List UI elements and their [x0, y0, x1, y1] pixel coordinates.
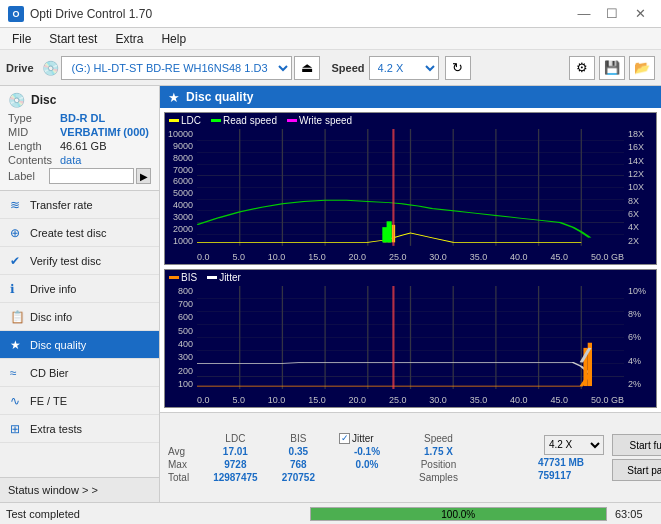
sidebar-label-create-test-disc: Create test disc: [30, 227, 106, 239]
fe-te-icon: ∿: [10, 394, 24, 408]
bx-35: 35.0: [470, 395, 488, 405]
bottom-chart-svg: [197, 286, 624, 389]
position-row: 47731 MB: [478, 457, 584, 468]
menubar: File Start test Extra Help: [0, 28, 661, 50]
y-label-4000: 4000: [173, 200, 193, 210]
y-label-2000: 2000: [173, 224, 193, 234]
status-window-button[interactable]: Status window > >: [0, 478, 159, 502]
stats-avg-row: Avg 17.01 0.35 -0.1% 1.75 X: [166, 445, 470, 458]
label-input[interactable]: [49, 168, 134, 184]
sidebar-item-cd-bier[interactable]: ≈ CD Bier: [0, 359, 159, 387]
sidebar-bottom: Status window > >: [0, 477, 159, 502]
top-chart: LDC Read speed Write speed 10000 9000: [164, 112, 657, 265]
length-key: Length: [8, 140, 60, 152]
toolbar: Drive 💿 (G:) HL-DT-ST BD-RE WH16NS48 1.D…: [0, 50, 661, 86]
drive-select[interactable]: (G:) HL-DT-ST BD-RE WH16NS48 1.D3: [61, 56, 292, 80]
drive-info-icon: ℹ: [10, 282, 24, 296]
settings-button[interactable]: ⚙: [569, 56, 595, 80]
sidebar-item-transfer-rate[interactable]: ≋ Transfer rate: [0, 191, 159, 219]
avg-jitter: -0.1%: [327, 445, 407, 458]
charts-container: LDC Read speed Write speed 10000 9000: [160, 108, 661, 412]
sidebar-item-extra-tests[interactable]: ⊞ Extra tests: [0, 415, 159, 443]
minimize-button[interactable]: —: [571, 4, 597, 24]
x-35: 35.0: [470, 252, 488, 262]
sidebar-item-drive-info[interactable]: ℹ Drive info: [0, 275, 159, 303]
top-chart-x-labels: 0.0 5.0 10.0 15.0 20.0 25.0 30.0 35.0 40…: [197, 252, 624, 262]
sidebar: 💿 Disc Type BD-R DL MID VERBATIMf (000) …: [0, 86, 160, 502]
disc-panel-icon: 💿: [8, 92, 25, 108]
col-header-bis: BIS: [270, 432, 327, 445]
y-label-18x: 18X: [628, 129, 644, 139]
menu-file[interactable]: File: [4, 30, 39, 48]
content-header-icon: ★: [168, 90, 180, 105]
speed-dropdown[interactable]: 4.2 X: [544, 435, 604, 455]
sidebar-item-fe-te[interactable]: ∿ FE / TE: [0, 387, 159, 415]
sidebar-label-cd-bier: CD Bier: [30, 367, 69, 379]
close-button[interactable]: ✕: [627, 4, 653, 24]
save-button[interactable]: 💾: [599, 56, 625, 80]
titlebar-controls: — ☐ ✕: [571, 4, 653, 24]
y-b-8pct: 8%: [628, 309, 641, 319]
read-speed-color: [211, 119, 221, 122]
y-label-10000: 10000: [168, 129, 193, 139]
bottom-chart-legend: BIS Jitter: [169, 272, 241, 283]
col-header-empty: [166, 432, 201, 445]
bx-50: 50.0 GB: [591, 395, 624, 405]
position-label: Position: [407, 458, 470, 471]
sidebar-label-disc-quality: Disc quality: [30, 339, 86, 351]
avg-label: Avg: [166, 445, 201, 458]
maximize-button[interactable]: ☐: [599, 4, 625, 24]
top-chart-y-right: 18X 16X 14X 12X 10X 8X 6X 4X 2X: [626, 129, 656, 246]
sidebar-item-disc-quality[interactable]: ★ Disc quality: [0, 331, 159, 359]
y-label-2x: 2X: [628, 236, 639, 246]
eject-button[interactable]: ⏏: [294, 56, 320, 80]
legend-ldc-label: LDC: [181, 115, 201, 126]
col-header-speed: Speed: [407, 432, 470, 445]
sidebar-item-verify-test-disc[interactable]: ✔ Verify test disc: [0, 247, 159, 275]
progress-text: 100.0%: [311, 508, 607, 521]
start-part-button[interactable]: Start part: [612, 459, 661, 481]
stats-max-row: Max 9728 768 0.0% Position: [166, 458, 470, 471]
start-full-button[interactable]: Start full: [612, 434, 661, 456]
jitter-checkbox[interactable]: ✓: [339, 433, 350, 444]
y-b-2pct: 2%: [628, 379, 641, 389]
top-chart-legend: LDC Read speed Write speed: [169, 115, 352, 126]
stats-total-row: Total 12987475 270752 Samples: [166, 471, 470, 484]
sidebar-label-disc-info: Disc info: [30, 311, 72, 323]
sidebar-label-drive-info: Drive info: [30, 283, 76, 295]
length-val: 46.61 GB: [60, 140, 106, 152]
bx-25: 25.0: [389, 395, 407, 405]
menu-extra[interactable]: Extra: [107, 30, 151, 48]
y-label-5000: 5000: [173, 188, 193, 198]
samples-val: 759117: [538, 470, 571, 481]
time-display: 63:05: [615, 508, 655, 520]
label-set-button[interactable]: ▶: [136, 168, 151, 184]
bottom-chart-y-right: 10% 8% 6% 4% 2%: [626, 286, 656, 389]
jitter-check-container: ✓ Jitter: [339, 433, 395, 444]
progress-bar-container: 100.0%: [310, 507, 608, 521]
sidebar-item-disc-info[interactable]: 📋 Disc info: [0, 303, 159, 331]
x-20: 20.0: [349, 252, 367, 262]
speed-select[interactable]: 4.2 X: [369, 56, 439, 80]
x-45: 45.0: [550, 252, 568, 262]
x-40: 40.0: [510, 252, 528, 262]
titlebar-left: O Opti Drive Control 1.70: [8, 6, 152, 22]
menu-help[interactable]: Help: [153, 30, 194, 48]
open-button[interactable]: 📂: [629, 56, 655, 80]
drive-label: Drive: [6, 62, 34, 74]
create-disc-icon: ⊕: [10, 226, 24, 240]
menu-starttest[interactable]: Start test: [41, 30, 105, 48]
bis-color: [169, 276, 179, 279]
legend-jitter-label: Jitter: [219, 272, 241, 283]
refresh-button[interactable]: ↻: [445, 56, 471, 80]
cd-bier-icon: ≈: [10, 366, 24, 380]
x-10: 10.0: [268, 252, 286, 262]
titlebar: O Opti Drive Control 1.70 — ☐ ✕: [0, 0, 661, 28]
action-buttons: Start full Start part: [612, 434, 661, 481]
sidebar-item-create-test-disc[interactable]: ⊕ Create test disc: [0, 219, 159, 247]
total-jitter: [327, 471, 407, 484]
checkmark-icon: ✓: [341, 433, 349, 443]
x-30: 30.0: [429, 252, 447, 262]
disc-panel: 💿 Disc Type BD-R DL MID VERBATIMf (000) …: [0, 86, 159, 191]
write-speed-color: [287, 119, 297, 122]
